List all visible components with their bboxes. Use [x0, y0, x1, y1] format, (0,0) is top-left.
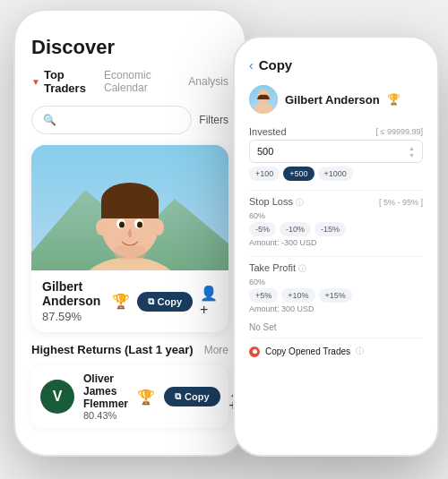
- stop-loss-chip-row: -5% -10% -15%: [249, 222, 423, 236]
- trader-return: 87.59%: [42, 310, 112, 323]
- stop-loss-chip-15[interactable]: -15%: [314, 222, 346, 236]
- invested-field: Invested [ ≤ 99999.99] 500 ▲ ▼ +100 +500: [249, 126, 423, 181]
- invested-label-row: Invested [ ≤ 99999.99]: [249, 126, 423, 137]
- invested-chip-500[interactable]: +500: [283, 167, 314, 181]
- section-title-row: Highest Returns (Last 1 year) More: [31, 343, 228, 356]
- mini-trader-info: Oliver James Flemmer 80.43%: [83, 372, 128, 421]
- invested-arrows: ▲ ▼: [409, 145, 415, 158]
- invested-label: Invested: [249, 126, 287, 137]
- more-link[interactable]: More: [204, 344, 228, 356]
- copy-opened-label: Copy Opened Trades: [265, 346, 350, 356]
- take-profit-chip-10[interactable]: +10%: [281, 288, 314, 303]
- search-box[interactable]: 🔍: [31, 106, 192, 134]
- invested-chip-1000[interactable]: +1000: [318, 167, 353, 181]
- award-icon: 🏆: [112, 293, 130, 310]
- svg-point-11: [96, 219, 107, 235]
- verified-icon: 🏆: [387, 93, 401, 106]
- divider-2: [249, 256, 423, 257]
- back-arrow-icon[interactable]: ‹: [249, 58, 254, 73]
- copy-opened-trades-row: Copy Opened Trades ⓘ: [249, 346, 423, 357]
- no-set-label[interactable]: No Set: [249, 322, 423, 332]
- invested-chip-row: +100 +500 +1000: [249, 167, 423, 181]
- stop-loss-chip-10[interactable]: -10%: [280, 222, 311, 236]
- invested-input[interactable]: 500 ▲ ▼: [249, 140, 423, 163]
- mini-trader-name: Oliver James Flemmer: [83, 372, 128, 410]
- copy-trader-name: Gilbert Anderson: [285, 93, 380, 107]
- copy-icon: ⧉: [148, 296, 154, 307]
- take-profit-chip-row: +5% +10% +15%: [249, 288, 423, 303]
- mini-trader-card: V Oliver James Flemmer 80.43% 🏆 ⧉ Copy 👤…: [31, 365, 228, 428]
- svg-point-8: [119, 222, 125, 228]
- invested-chip-100[interactable]: +100: [249, 167, 280, 181]
- invested-arrow-up: ▲: [409, 145, 415, 151]
- take-profit-chip-5[interactable]: +5%: [249, 288, 278, 303]
- mini-award-icon: 🏆: [137, 389, 155, 406]
- take-profit-pct: 60%: [249, 278, 423, 287]
- tab-analysis[interactable]: Analysis: [188, 75, 228, 88]
- phone-left: Discover ▼ Top Traders Economic Calendar…: [13, 9, 246, 457]
- filters-button[interactable]: Filters: [199, 114, 228, 126]
- stop-loss-label-row: Stop Loss ⓘ [ 5% - 95% ]: [249, 196, 423, 209]
- divider-3: [249, 338, 423, 338]
- copy-opened-info-icon: ⓘ: [356, 346, 364, 357]
- mini-copy-icon: ⧉: [175, 391, 181, 402]
- trader-name-block: Gilbert Anderson 87.59%: [42, 279, 112, 323]
- stop-loss-label: Stop Loss ⓘ: [249, 196, 304, 209]
- invested-arrow-down: ▼: [409, 152, 415, 158]
- search-icon: 🔍: [43, 114, 56, 126]
- tab-economic-calendar[interactable]: Economic Calendar: [104, 69, 176, 94]
- take-profit-amount: Amount: 300 USD: [249, 304, 423, 313]
- stop-loss-hint: [ 5% - 95% ]: [379, 198, 423, 207]
- mini-avatar: V: [40, 380, 74, 414]
- stop-loss-amount: Amount: -300 USD: [249, 238, 423, 247]
- svg-rect-10: [114, 245, 146, 260]
- copy-trader-avatar: [249, 85, 278, 114]
- invested-input-row: 500 ▲ ▼: [249, 140, 423, 163]
- mini-trader-return: 80.43%: [83, 410, 128, 421]
- search-row: 🔍 Filters: [31, 106, 228, 134]
- stop-loss-field: Stop Loss ⓘ [ 5% - 95% ] 60% -5% -10% -1…: [249, 196, 423, 247]
- divider-1: [249, 190, 423, 191]
- copy-trader-row: Gilbert Anderson 🏆: [249, 85, 423, 114]
- copy-opened-radio[interactable]: [249, 346, 260, 357]
- invested-hint: [ ≤ 99999.99]: [376, 127, 423, 136]
- trader-info: Gilbert Anderson 87.59% 🏆 ⧉ Copy 👤+: [31, 270, 228, 332]
- phone-right: ‹ Copy: [233, 36, 439, 457]
- tabs-row: ▼ Top Traders Economic Calendar Analysis: [31, 68, 228, 95]
- take-profit-chip-15[interactable]: +15%: [319, 288, 352, 303]
- mini-copy-button[interactable]: ⧉ Copy: [164, 387, 220, 406]
- back-row: ‹ Copy: [249, 57, 423, 73]
- invested-value: 500: [257, 146, 273, 157]
- trader-actions: 🏆 ⧉ Copy 👤+: [112, 285, 219, 318]
- take-profit-field: Take Profit ⓘ 60% +5% +10% +15% Amount: …: [249, 262, 423, 313]
- take-profit-info-icon: ⓘ: [298, 264, 306, 273]
- section-title: Highest Returns (Last 1 year): [31, 343, 194, 356]
- trader-image: [31, 145, 228, 270]
- stop-loss-pct: 60%: [249, 211, 423, 220]
- copy-button[interactable]: ⧉ Copy: [137, 292, 194, 312]
- back-label: Copy: [259, 57, 293, 73]
- tab-arrow-icon: ▼: [31, 77, 40, 87]
- stop-loss-chip-5[interactable]: -5%: [249, 222, 276, 236]
- face-svg: [31, 145, 228, 270]
- tab-top-traders[interactable]: ▼ Top Traders: [31, 68, 91, 95]
- trader-name: Gilbert Anderson: [42, 279, 112, 308]
- scene: Discover ▼ Top Traders Economic Calendar…: [0, 0, 448, 479]
- take-profit-label: Take Profit ⓘ: [249, 262, 306, 275]
- add-user-icon[interactable]: 👤+: [200, 285, 218, 318]
- svg-point-9: [137, 222, 142, 228]
- featured-trader-card: Gilbert Anderson 87.59% 🏆 ⧉ Copy 👤+: [31, 145, 228, 332]
- page-title: Discover: [31, 36, 228, 59]
- stop-loss-info-icon: ⓘ: [296, 198, 304, 207]
- take-profit-label-row: Take Profit ⓘ: [249, 262, 423, 275]
- svg-point-12: [153, 219, 164, 235]
- radio-inner: [253, 349, 257, 354]
